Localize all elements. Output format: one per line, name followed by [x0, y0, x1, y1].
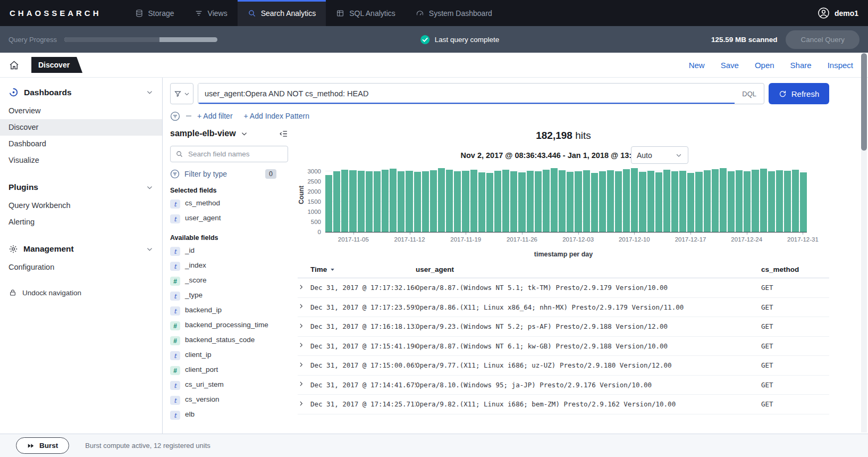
histogram-bar[interactable] — [639, 172, 646, 232]
histogram-bar[interactable] — [518, 172, 525, 232]
topnav-item-system-dashboard[interactable]: System Dashboard — [406, 0, 502, 26]
histogram-bar[interactable] — [390, 169, 397, 232]
save-link[interactable]: Save — [721, 61, 739, 70]
field-search-input[interactable] — [187, 149, 283, 159]
histogram-bar[interactable] — [752, 170, 759, 232]
histogram-bar[interactable] — [366, 171, 373, 232]
time-column-header[interactable]: Time — [310, 265, 416, 273]
histogram-bar[interactable] — [736, 170, 743, 232]
histogram-bar[interactable] — [575, 171, 582, 232]
filter-by-type[interactable]: Filter by type 0 — [170, 169, 288, 179]
histogram-bar[interactable] — [333, 171, 340, 232]
histogram-bar[interactable] — [454, 171, 461, 232]
expand-row-icon[interactable] — [298, 400, 305, 407]
field-item-_id[interactable]: t_id — [170, 244, 288, 259]
histogram-bar[interactable] — [768, 171, 775, 232]
histogram-bar[interactable] — [325, 175, 332, 232]
new-link[interactable]: New — [689, 61, 705, 70]
histogram-bar[interactable] — [422, 171, 429, 232]
topnav-item-search-analytics[interactable]: Search Analytics — [238, 0, 326, 26]
sidebar-section-management[interactable]: Management — [0, 239, 162, 259]
field-item-_type[interactable]: t_type — [170, 288, 288, 303]
histogram-bar[interactable] — [679, 171, 686, 232]
field-item-elb[interactable]: telb — [170, 408, 288, 422]
histogram-bar[interactable] — [744, 171, 751, 232]
histogram-bar[interactable] — [535, 171, 542, 232]
field-item-user_agent[interactable]: tuser_agent — [170, 211, 288, 226]
histogram-bar[interactable] — [543, 170, 550, 232]
histogram-bar[interactable] — [695, 172, 702, 232]
histogram-bar[interactable] — [446, 170, 453, 232]
histogram-bar[interactable] — [414, 172, 421, 232]
histogram-bar[interactable] — [567, 172, 574, 232]
query-input[interactable] — [198, 84, 735, 104]
user-menu[interactable]: demo1 — [808, 0, 868, 26]
histogram-bar[interactable] — [583, 170, 590, 232]
histogram-bar[interactable] — [647, 171, 654, 232]
open-link[interactable]: Open — [755, 61, 774, 70]
expand-row-icon[interactable] — [298, 361, 305, 368]
histogram-bar[interactable] — [784, 171, 791, 232]
sidebar-item-query-workbench[interactable]: Query Workbench — [0, 197, 162, 214]
histogram-bar[interactable] — [527, 171, 534, 232]
sidebar-item-visualize[interactable]: Visualize — [0, 152, 162, 169]
histogram-bar[interactable] — [712, 169, 719, 232]
field-item-cs_version[interactable]: tcs_version — [170, 393, 288, 408]
expand-row-icon[interactable] — [298, 322, 305, 329]
user-agent-column-header[interactable]: user_agent — [416, 265, 761, 273]
histogram-bar[interactable] — [398, 171, 404, 232]
histogram-bar[interactable] — [502, 170, 509, 232]
burst-button[interactable]: Burst — [16, 437, 69, 454]
histogram-bar[interactable] — [728, 171, 735, 232]
histogram-bar[interactable] — [494, 171, 501, 232]
field-item-cs_method[interactable]: tcs_method — [170, 196, 288, 211]
expand-row-icon[interactable] — [298, 284, 305, 290]
interval-select[interactable]: Auto — [631, 146, 688, 164]
field-item-_score[interactable]: #_score — [170, 273, 288, 288]
field-item-backend_ip[interactable]: tbackend_ip — [170, 303, 288, 318]
histogram-bar[interactable] — [599, 171, 606, 232]
home-icon[interactable] — [9, 60, 20, 71]
histogram-bar[interactable] — [358, 171, 365, 232]
sidebar-section-dashboards[interactable]: Dashboards — [0, 82, 162, 103]
sidebar-section-plugins[interactable]: Plugins — [0, 177, 162, 197]
histogram-bar[interactable] — [615, 171, 622, 232]
histogram-bar[interactable] — [671, 171, 678, 232]
histogram-bar[interactable] — [687, 173, 694, 232]
histogram-bar[interactable] — [631, 168, 638, 232]
histogram-bar[interactable] — [478, 172, 485, 232]
histogram-bar[interactable] — [462, 171, 469, 232]
expand-row-icon[interactable] — [298, 342, 305, 348]
topnav-item-storage[interactable]: Storage — [125, 0, 184, 26]
field-item-_index[interactable]: t_index — [170, 259, 288, 273]
histogram-bar[interactable] — [792, 170, 799, 232]
query-language-toggle[interactable]: DQL — [735, 84, 764, 104]
histogram-bar[interactable] — [551, 168, 558, 232]
expand-row-icon[interactable] — [298, 380, 305, 387]
histogram-bar[interactable] — [349, 170, 356, 232]
saved-query-dropdown[interactable] — [170, 83, 193, 104]
sidebar-item-overview[interactable]: Overview — [0, 103, 162, 119]
histogram-bar[interactable] — [470, 170, 477, 232]
topnav-item-sql-analytics[interactable]: SQL Analytics — [326, 0, 406, 26]
undock-navigation[interactable]: Undock navigation — [0, 283, 162, 302]
histogram-bar[interactable] — [607, 170, 614, 232]
share-link[interactable]: Share — [790, 61, 812, 70]
histogram-bar[interactable] — [486, 173, 493, 232]
field-item-client_port[interactable]: #client_port — [170, 363, 288, 378]
sidebar-item-alerting[interactable]: Alerting — [0, 214, 162, 230]
histogram-bar[interactable] — [406, 171, 412, 232]
add-filter-link[interactable]: + Add filter — [197, 112, 233, 120]
field-item-backend_status_code[interactable]: #backend_status_code — [170, 333, 288, 348]
histogram-bar[interactable] — [591, 173, 598, 232]
histogram-bar[interactable] — [760, 169, 767, 232]
cs-method-column-header[interactable]: cs_method — [761, 265, 829, 273]
add-index-pattern-link[interactable]: + Add Index Pattern — [244, 112, 309, 120]
expand-row-icon[interactable] — [298, 303, 305, 310]
sidebar-item-discover[interactable]: Discover — [0, 119, 162, 136]
sidebar-item-dashboard[interactable]: Dashboard — [0, 136, 162, 152]
histogram-bar[interactable] — [510, 171, 517, 232]
chaossearch-logo[interactable]: CHAOSSEARCH — [0, 0, 125, 26]
histogram-bar[interactable] — [776, 170, 783, 232]
page-scrollbar[interactable] — [861, 53, 867, 433]
